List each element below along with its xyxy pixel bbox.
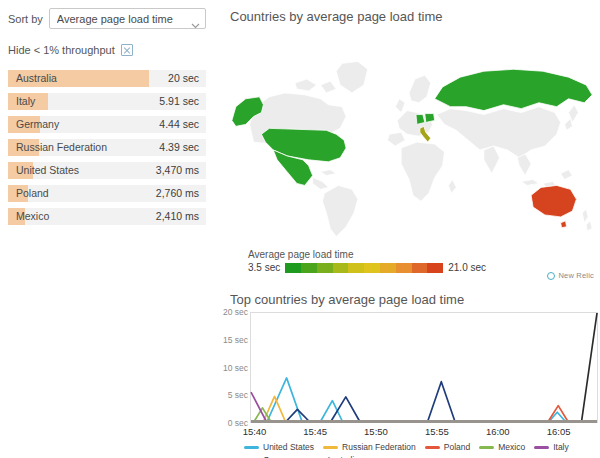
- legend-dash-icon: [323, 446, 338, 449]
- legend-label: Poland: [444, 442, 470, 452]
- map-japan: [565, 118, 573, 130]
- map-united-kingdom: [395, 99, 405, 113]
- country-name: Germany: [16, 116, 59, 133]
- map-legend-max: 21.0 sec: [448, 262, 486, 273]
- hide-throughput-checkbox[interactable]: [121, 44, 133, 56]
- gradient-segment: [285, 263, 301, 273]
- country-name: Italy: [16, 93, 35, 110]
- map-arctic-islands: [320, 81, 336, 93]
- chart-plot-area: [250, 312, 598, 423]
- legend-label: Russian Federation: [342, 442, 416, 452]
- legend-item-united-states[interactable]: United States: [244, 442, 314, 452]
- country-value: 2,410 ms: [156, 208, 199, 225]
- legend-dash-icon: [534, 446, 549, 449]
- gradient-segment: [427, 263, 443, 273]
- map-country-germany[interactable]: [416, 115, 425, 125]
- country-value: 20 sec: [168, 70, 199, 87]
- series-line-australia: [251, 313, 597, 422]
- country-value: 2,760 ms: [156, 185, 199, 202]
- gradient-segment: [364, 263, 380, 273]
- country-name: Mexico: [16, 208, 49, 225]
- legend-item-poland[interactable]: Poland: [425, 442, 470, 452]
- gradient-segment: [301, 263, 317, 273]
- country-row[interactable]: Russian Federation4.39 sec: [8, 139, 206, 156]
- legend-dash-icon: [244, 446, 259, 449]
- legend-dash-icon: [479, 446, 494, 449]
- legend-label: United States: [263, 442, 314, 452]
- page-title: Countries by average page load time: [230, 9, 442, 24]
- chart-legend: United StatesRussian FederationPolandMex…: [244, 442, 600, 458]
- gradient-segment: [317, 263, 333, 273]
- sort-by-select[interactable]: Average page load time: [49, 8, 206, 29]
- chevron-down-icon: [191, 15, 200, 33]
- country-name: United States: [16, 162, 79, 179]
- map-iberia: [387, 132, 405, 146]
- x-tick-label: 16:05: [547, 426, 571, 437]
- new-relic-ring-icon: [547, 272, 555, 280]
- legend-item-mexico[interactable]: Mexico: [479, 442, 525, 452]
- legend-dash-icon: [425, 446, 440, 449]
- hide-throughput-row: Hide < 1% throughput: [8, 44, 206, 56]
- map-new-guinea: [561, 170, 573, 180]
- country-row[interactable]: Germany4.44 sec: [8, 116, 206, 133]
- gradient-segment: [348, 263, 364, 273]
- map-new-zealand: [582, 209, 588, 223]
- map-greenland: [336, 61, 367, 92]
- country-row[interactable]: Mexico2,410 ms: [8, 208, 206, 225]
- map-africa: [401, 142, 444, 201]
- country-row[interactable]: Australia20 sec: [8, 70, 206, 87]
- y-tick-label: 0 sec: [228, 418, 248, 428]
- country-name: Australia: [16, 70, 57, 87]
- x-tick-label: 16:00: [486, 426, 510, 437]
- map-asia: [437, 107, 561, 158]
- gradient-segment: [396, 263, 412, 273]
- y-tick-label: 20 sec: [223, 307, 248, 317]
- y-tick-label: 10 sec: [223, 363, 248, 373]
- sidebar: Sort by Average page load time Hide < 1%…: [8, 8, 206, 231]
- country-row[interactable]: Italy5.91 sec: [8, 93, 206, 110]
- x-tick-label: 15:45: [303, 426, 327, 437]
- legend-item-russian-federation[interactable]: Russian Federation: [323, 442, 416, 452]
- chart-title: Top countries by average page load time: [230, 292, 464, 307]
- hide-throughput-label: Hide < 1% throughput: [8, 44, 115, 56]
- dashboard: Sort by Average page load time Hide < 1%…: [0, 0, 600, 458]
- country-row[interactable]: United States3,470 ms: [8, 162, 206, 179]
- legend-label: Mexico: [498, 442, 525, 452]
- map-cuba: [320, 170, 336, 176]
- gradient-segment: [380, 263, 396, 273]
- color-gradient-bar: [285, 263, 443, 273]
- world-map: [226, 52, 600, 246]
- series-line-germany: [251, 382, 597, 422]
- series-line-italy: [251, 392, 597, 422]
- new-relic-logo-text: New Relic: [558, 271, 594, 280]
- country-row[interactable]: Poland2,760 ms: [8, 185, 206, 202]
- legend-item-italy[interactable]: Italy: [534, 442, 569, 452]
- country-name: Russian Federation: [16, 139, 107, 156]
- map-scandinavia: [409, 75, 431, 103]
- country-value: 4.39 sec: [159, 139, 199, 156]
- country-value: 5.91 sec: [159, 93, 199, 110]
- country-list: Australia20 secItaly5.91 secGermany4.44 …: [8, 70, 206, 225]
- y-tick-label: 15 sec: [223, 335, 248, 345]
- timeseries-chart: 15:4015:4515:5015:5516:0016:05 20 sec15 …: [222, 310, 600, 436]
- chart-x-axis-line: [251, 420, 597, 423]
- map-legend-title: Average page load time: [248, 249, 353, 260]
- x-tick-label: 15:55: [425, 426, 449, 437]
- map-country-russia[interactable]: [435, 69, 592, 110]
- x-tick-label: 15:50: [364, 426, 388, 437]
- map-indochina: [517, 154, 531, 176]
- map-new-zealand: [586, 221, 592, 231]
- chart-lines: [251, 313, 597, 422]
- map-country-united-states[interactable]: [261, 128, 346, 161]
- chart-x-axis: 15:4015:4515:5015:5516:0016:05: [250, 426, 598, 438]
- gradient-segment: [333, 263, 349, 273]
- map-tasmania: [561, 221, 567, 228]
- map-country-poland[interactable]: [425, 114, 435, 123]
- new-relic-logo[interactable]: New Relic: [547, 271, 594, 280]
- map-central-america: [313, 178, 329, 190]
- map-country-australia[interactable]: [531, 185, 576, 216]
- series-line-russian-federation: [251, 396, 597, 422]
- map-indonesia: [521, 180, 539, 186]
- country-value: 4.44 sec: [159, 116, 199, 133]
- y-tick-label: 5 sec: [228, 390, 248, 400]
